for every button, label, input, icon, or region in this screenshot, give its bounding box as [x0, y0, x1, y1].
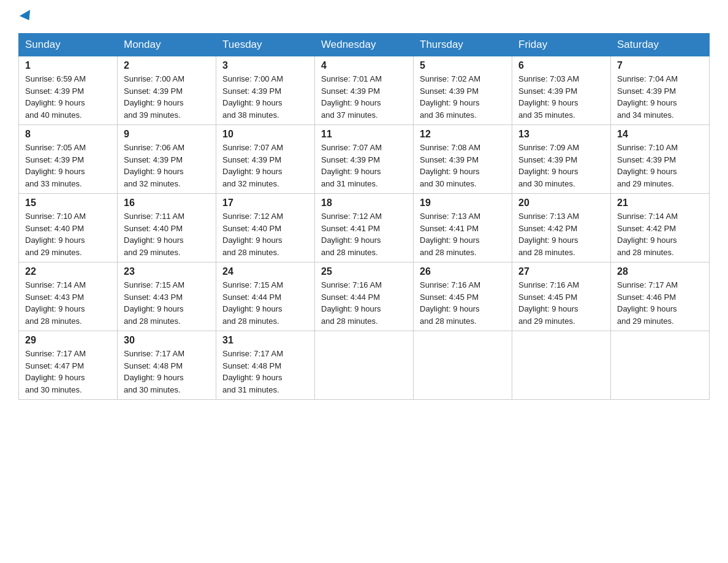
day-number: 19 [420, 197, 506, 209]
calendar-cell: 7 Sunrise: 7:04 AMSunset: 4:39 PMDayligh… [611, 56, 710, 125]
day-info: Sunrise: 7:05 AMSunset: 4:39 PMDaylight:… [25, 143, 86, 188]
day-number: 10 [222, 129, 308, 140]
calendar-cell: 17 Sunrise: 7:12 AMSunset: 4:40 PMDaylig… [216, 194, 315, 262]
day-number: 12 [420, 129, 506, 140]
day-info: Sunrise: 7:06 AMSunset: 4:39 PMDaylight:… [124, 143, 184, 188]
day-info: Sunrise: 7:01 AMSunset: 4:39 PMDaylight:… [321, 74, 382, 120]
day-info: Sunrise: 7:16 AMSunset: 4:44 PMDaylight:… [321, 280, 382, 326]
calendar-cell: 18 Sunrise: 7:12 AMSunset: 4:41 PMDaylig… [315, 194, 414, 262]
calendar-cell [315, 331, 414, 400]
day-number: 25 [321, 266, 407, 277]
calendar-cell [512, 331, 611, 400]
day-number: 14 [617, 129, 703, 140]
calendar-cell: 1 Sunrise: 6:59 AMSunset: 4:39 PMDayligh… [19, 56, 118, 125]
calendar-week-row: 8 Sunrise: 7:05 AMSunset: 4:39 PMDayligh… [19, 125, 710, 194]
day-info: Sunrise: 7:15 AMSunset: 4:44 PMDaylight:… [222, 280, 283, 326]
calendar-week-row: 29 Sunrise: 7:17 AMSunset: 4:47 PMDaylig… [19, 331, 710, 400]
day-info: Sunrise: 7:08 AMSunset: 4:39 PMDaylight:… [420, 143, 480, 188]
calendar-header-saturday: Saturday [611, 34, 710, 56]
calendar-cell: 8 Sunrise: 7:05 AMSunset: 4:39 PMDayligh… [19, 125, 118, 194]
day-info: Sunrise: 7:13 AMSunset: 4:41 PMDaylight:… [420, 212, 480, 257]
day-number: 17 [222, 197, 308, 209]
calendar-cell: 13 Sunrise: 7:09 AMSunset: 4:39 PMDaylig… [512, 125, 611, 194]
page-header [18, 12, 710, 21]
day-number: 27 [518, 266, 604, 277]
day-number: 30 [124, 335, 210, 346]
day-number: 15 [25, 197, 111, 209]
day-info: Sunrise: 7:14 AMSunset: 4:42 PMDaylight:… [617, 212, 678, 257]
calendar-table: SundayMondayTuesdayWednesdayThursdayFrid… [18, 33, 710, 400]
day-number: 4 [321, 60, 407, 71]
day-number: 9 [124, 129, 210, 140]
day-number: 21 [617, 197, 703, 209]
day-info: Sunrise: 7:10 AMSunset: 4:39 PMDaylight:… [617, 143, 678, 188]
day-number: 8 [25, 129, 111, 140]
day-number: 26 [420, 266, 506, 277]
day-number: 24 [222, 266, 308, 277]
calendar-week-row: 1 Sunrise: 6:59 AMSunset: 4:39 PMDayligh… [19, 56, 710, 125]
day-number: 11 [321, 129, 407, 140]
day-info: Sunrise: 7:00 AMSunset: 4:39 PMDaylight:… [124, 74, 184, 120]
calendar-cell: 11 Sunrise: 7:07 AMSunset: 4:39 PMDaylig… [315, 125, 414, 194]
day-info: Sunrise: 7:17 AMSunset: 4:46 PMDaylight:… [617, 280, 678, 326]
day-info: Sunrise: 7:07 AMSunset: 4:39 PMDaylight:… [321, 143, 382, 188]
day-number: 1 [25, 60, 111, 71]
calendar-week-row: 22 Sunrise: 7:14 AMSunset: 4:43 PMDaylig… [19, 262, 710, 331]
calendar-cell: 22 Sunrise: 7:14 AMSunset: 4:43 PMDaylig… [19, 262, 118, 331]
day-number: 16 [124, 197, 210, 209]
day-number: 28 [617, 266, 703, 277]
calendar-header-row: SundayMondayTuesdayWednesdayThursdayFrid… [19, 34, 710, 56]
day-number: 18 [321, 197, 407, 209]
calendar-cell: 23 Sunrise: 7:15 AMSunset: 4:43 PMDaylig… [118, 262, 216, 331]
day-info: Sunrise: 7:17 AMSunset: 4:47 PMDaylight:… [25, 349, 86, 394]
calendar-cell: 31 Sunrise: 7:17 AMSunset: 4:48 PMDaylig… [216, 331, 315, 400]
calendar-cell: 25 Sunrise: 7:16 AMSunset: 4:44 PMDaylig… [315, 262, 414, 331]
calendar-cell [611, 331, 710, 400]
day-info: Sunrise: 7:00 AMSunset: 4:39 PMDaylight:… [222, 74, 283, 120]
calendar-header-monday: Monday [118, 34, 216, 56]
day-info: Sunrise: 7:12 AMSunset: 4:41 PMDaylight:… [321, 212, 382, 257]
calendar-header-friday: Friday [512, 34, 611, 56]
calendar-cell: 20 Sunrise: 7:13 AMSunset: 4:42 PMDaylig… [512, 194, 611, 262]
calendar-cell: 2 Sunrise: 7:00 AMSunset: 4:39 PMDayligh… [118, 56, 216, 125]
calendar-header-sunday: Sunday [19, 34, 118, 56]
calendar-header-wednesday: Wednesday [315, 34, 414, 56]
calendar-cell: 21 Sunrise: 7:14 AMSunset: 4:42 PMDaylig… [611, 194, 710, 262]
day-info: Sunrise: 7:10 AMSunset: 4:40 PMDaylight:… [25, 212, 86, 257]
logo [18, 12, 33, 21]
day-info: Sunrise: 7:17 AMSunset: 4:48 PMDaylight:… [124, 349, 184, 394]
day-info: Sunrise: 7:15 AMSunset: 4:43 PMDaylight:… [124, 280, 184, 326]
calendar-cell: 12 Sunrise: 7:08 AMSunset: 4:39 PMDaylig… [414, 125, 512, 194]
day-number: 23 [124, 266, 210, 277]
day-info: Sunrise: 7:16 AMSunset: 4:45 PMDaylight:… [518, 280, 579, 326]
day-info: Sunrise: 7:04 AMSunset: 4:39 PMDaylight:… [617, 74, 678, 120]
calendar-cell: 4 Sunrise: 7:01 AMSunset: 4:39 PMDayligh… [315, 56, 414, 125]
calendar-cell: 5 Sunrise: 7:02 AMSunset: 4:39 PMDayligh… [414, 56, 512, 125]
day-info: Sunrise: 7:03 AMSunset: 4:39 PMDaylight:… [518, 74, 579, 120]
day-info: Sunrise: 7:13 AMSunset: 4:42 PMDaylight:… [518, 212, 579, 257]
logo-arrow-icon [20, 10, 34, 23]
day-info: Sunrise: 6:59 AMSunset: 4:39 PMDaylight:… [25, 74, 86, 120]
day-number: 29 [25, 335, 111, 346]
calendar-cell: 3 Sunrise: 7:00 AMSunset: 4:39 PMDayligh… [216, 56, 315, 125]
day-number: 22 [25, 266, 111, 277]
calendar-cell: 19 Sunrise: 7:13 AMSunset: 4:41 PMDaylig… [414, 194, 512, 262]
calendar-cell: 30 Sunrise: 7:17 AMSunset: 4:48 PMDaylig… [118, 331, 216, 400]
calendar-cell: 16 Sunrise: 7:11 AMSunset: 4:40 PMDaylig… [118, 194, 216, 262]
calendar-cell: 29 Sunrise: 7:17 AMSunset: 4:47 PMDaylig… [19, 331, 118, 400]
day-number: 13 [518, 129, 604, 140]
day-number: 5 [420, 60, 506, 71]
calendar-cell: 28 Sunrise: 7:17 AMSunset: 4:46 PMDaylig… [611, 262, 710, 331]
calendar-week-row: 15 Sunrise: 7:10 AMSunset: 4:40 PMDaylig… [19, 194, 710, 262]
calendar-cell: 26 Sunrise: 7:16 AMSunset: 4:45 PMDaylig… [414, 262, 512, 331]
calendar-header-thursday: Thursday [414, 34, 512, 56]
calendar-cell: 15 Sunrise: 7:10 AMSunset: 4:40 PMDaylig… [19, 194, 118, 262]
calendar-cell: 6 Sunrise: 7:03 AMSunset: 4:39 PMDayligh… [512, 56, 611, 125]
calendar-cell: 14 Sunrise: 7:10 AMSunset: 4:39 PMDaylig… [611, 125, 710, 194]
day-info: Sunrise: 7:07 AMSunset: 4:39 PMDaylight:… [222, 143, 283, 188]
calendar-header-tuesday: Tuesday [216, 34, 315, 56]
day-number: 6 [518, 60, 604, 71]
day-info: Sunrise: 7:12 AMSunset: 4:40 PMDaylight:… [222, 212, 283, 257]
calendar-cell: 9 Sunrise: 7:06 AMSunset: 4:39 PMDayligh… [118, 125, 216, 194]
day-number: 3 [222, 60, 308, 71]
